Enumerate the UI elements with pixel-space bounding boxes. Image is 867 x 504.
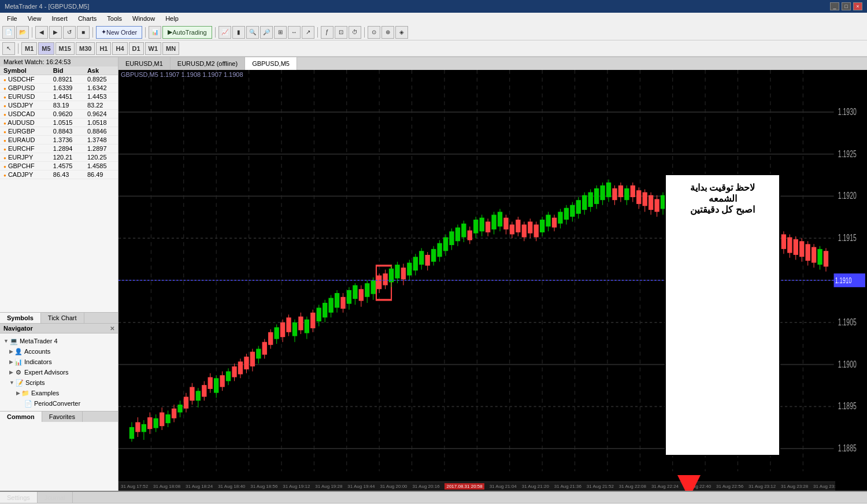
- titlebar: MetaTrader 4 - [GBPUSD,M5] _ □ ×: [0, 0, 867, 13]
- scroll-btn[interactable]: ↔: [288, 26, 301, 39]
- linechart-btn[interactable]: 📈: [218, 26, 231, 39]
- market-watch-row[interactable]: ● EURAUD 1.3736 1.3748: [0, 136, 118, 144]
- period-m15[interactable]: M15: [55, 42, 75, 55]
- misc-btn3[interactable]: ◈: [395, 26, 408, 39]
- menu-charts[interactable]: Charts: [73, 14, 101, 23]
- tree-item-examples[interactable]: ▶ 📁 Examples: [0, 388, 118, 398]
- cursor-btn[interactable]: ↖: [2, 42, 15, 55]
- menu-window[interactable]: Window: [128, 14, 160, 23]
- template-btn[interactable]: ⊡: [335, 26, 347, 39]
- misc-btn2[interactable]: ⊕: [381, 26, 394, 39]
- svg-rect-181: [576, 200, 581, 214]
- svg-rect-153: [491, 215, 496, 229]
- period-m5[interactable]: M5: [38, 42, 54, 55]
- svg-rect-34: [135, 422, 140, 432]
- tree-item-indicators[interactable]: ▶ 📊 Indicators: [0, 357, 118, 367]
- new-order-button[interactable]: ✦ New Order: [96, 26, 142, 39]
- svg-rect-171: [546, 215, 550, 227]
- tab-symbols[interactable]: Symbols: [0, 313, 41, 323]
- menu-view[interactable]: View: [23, 14, 46, 23]
- svg-text:1.1895: 1.1895: [838, 401, 857, 412]
- stop-btn[interactable]: ■: [77, 26, 90, 39]
- close-button[interactable]: ×: [853, 2, 862, 10]
- barchart-btn[interactable]: ▮: [232, 26, 245, 39]
- maximize-button[interactable]: □: [842, 2, 851, 10]
- ask-cell: 1.4453: [84, 92, 118, 101]
- tab-common[interactable]: Common: [0, 412, 42, 422]
- market-watch-row[interactable]: ● AUDUSD 1.0515 1.0518: [0, 118, 118, 127]
- period-mn[interactable]: MN: [162, 42, 179, 55]
- bid-cell: 120.21: [50, 153, 84, 162]
- autoscroll-btn[interactable]: ↗: [302, 26, 314, 39]
- zoom-out-btn[interactable]: 🔎: [260, 26, 273, 39]
- menu-file[interactable]: File: [2, 14, 22, 23]
- refresh-btn[interactable]: ↺: [63, 26, 76, 39]
- ea-icon: ⚙: [14, 368, 23, 376]
- period-h4[interactable]: H4: [112, 42, 127, 55]
- period-m30[interactable]: M30: [76, 42, 95, 55]
- chart-tab-eurusd-m1[interactable]: EURUSD,M1: [118, 57, 171, 70]
- svg-rect-163: [522, 224, 527, 237]
- tab-favorites[interactable]: Favorites: [42, 412, 83, 422]
- tree-item-scripts[interactable]: ▼ 📝 Scripts: [0, 377, 118, 388]
- market-watch-row[interactable]: ● EURGBP 0.8843 0.8846: [0, 127, 118, 136]
- autotrading-button[interactable]: ▶ AutoTrading: [162, 26, 212, 39]
- market-watch-row[interactable]: ● EURJPY 120.21 120.25: [0, 153, 118, 162]
- minimize-button[interactable]: _: [830, 2, 839, 10]
- symbol-cell: ● GBPCHF: [0, 162, 50, 171]
- tree-label-ea: Expert Advisors: [24, 369, 68, 376]
- left-panel: Market Watch: 16:24:53 Symbol Bid Ask ● …: [0, 57, 118, 491]
- market-watch-row[interactable]: ● EURCHF 1.2894 1.2897: [0, 144, 118, 153]
- sep4: [215, 27, 216, 38]
- tab-settings[interactable]: Settings: [0, 492, 38, 503]
- market-watch-row[interactable]: ● USDJPY 83.19 83.22: [0, 101, 118, 110]
- svg-rect-185: [588, 192, 593, 207]
- tree-item-expert-advisors[interactable]: ▶ ⚙ Expert Advisors: [0, 367, 118, 377]
- chart-tab-gbpusd-m5[interactable]: GBPUSD,M5: [245, 57, 297, 70]
- svg-rect-255: [799, 241, 804, 257]
- menu-help[interactable]: Help: [161, 14, 183, 23]
- tree-item-period-converter[interactable]: 📄 PeriodConverter: [0, 398, 118, 409]
- zoom-in-btn[interactable]: 🔍: [246, 26, 259, 39]
- market-watch-row[interactable]: ● CADJPY 86.43 86.49: [0, 171, 118, 179]
- svg-rect-201: [636, 190, 641, 204]
- indicators-icon: 📊: [14, 358, 23, 366]
- svg-rect-123: [401, 268, 406, 279]
- chart-btn1[interactable]: 📊: [149, 26, 161, 39]
- market-watch-row[interactable]: ● USDCAD 0.9620 0.9624: [0, 110, 118, 118]
- menu-tools[interactable]: Tools: [102, 14, 127, 23]
- period-btn[interactable]: ⏱: [349, 26, 361, 39]
- market-watch-row[interactable]: ● GBPUSD 1.6339 1.6342: [0, 84, 118, 92]
- period-h1[interactable]: H1: [96, 42, 111, 55]
- grid-btn[interactable]: ⊞: [274, 26, 287, 39]
- misc-btn[interactable]: ⊙: [368, 26, 380, 39]
- market-watch-row[interactable]: ● GBPCHF 1.4575 1.4585: [0, 162, 118, 171]
- svg-rect-261: [817, 249, 822, 265]
- chart-tab-eurusd-m2[interactable]: EURUSD,M2 (offline): [171, 57, 245, 70]
- menu-insert[interactable]: Insert: [47, 14, 72, 23]
- ask-cell: 0.9624: [84, 110, 118, 118]
- svg-rect-98: [328, 298, 333, 312]
- new-btn[interactable]: 📄: [2, 26, 15, 39]
- navigator-close-button[interactable]: ✕: [110, 325, 114, 332]
- svg-rect-88: [298, 317, 303, 331]
- period-m1[interactable]: M1: [21, 42, 37, 55]
- market-watch-row[interactable]: ● EURUSD 1.4451 1.4453: [0, 92, 118, 101]
- tab-journal[interactable]: Journal: [38, 492, 73, 503]
- tree-item-accounts[interactable]: ▶ 👤 Accounts: [0, 346, 118, 357]
- period-d1[interactable]: D1: [129, 42, 144, 55]
- expand-icon: ▼: [9, 380, 14, 386]
- indicator-btn[interactable]: ƒ: [321, 26, 334, 39]
- svg-rect-129: [419, 251, 424, 265]
- navigator-title: Navigator: [3, 325, 33, 332]
- tree-item-metatrader4[interactable]: ▼ 💻 MetaTrader 4: [0, 336, 118, 346]
- back-btn[interactable]: ◀: [35, 26, 48, 39]
- open-btn[interactable]: 📂: [16, 26, 29, 39]
- tab-tick-chart[interactable]: Tick Chart: [41, 313, 84, 323]
- svg-rect-143: [461, 224, 466, 238]
- svg-rect-112: [371, 280, 376, 294]
- forward-btn[interactable]: ▶: [49, 26, 62, 39]
- market-watch-row[interactable]: ● USDCHF 0.8921 0.8925: [0, 75, 118, 84]
- period-w1[interactable]: W1: [145, 42, 162, 55]
- expand-icon: ▶: [9, 349, 13, 354]
